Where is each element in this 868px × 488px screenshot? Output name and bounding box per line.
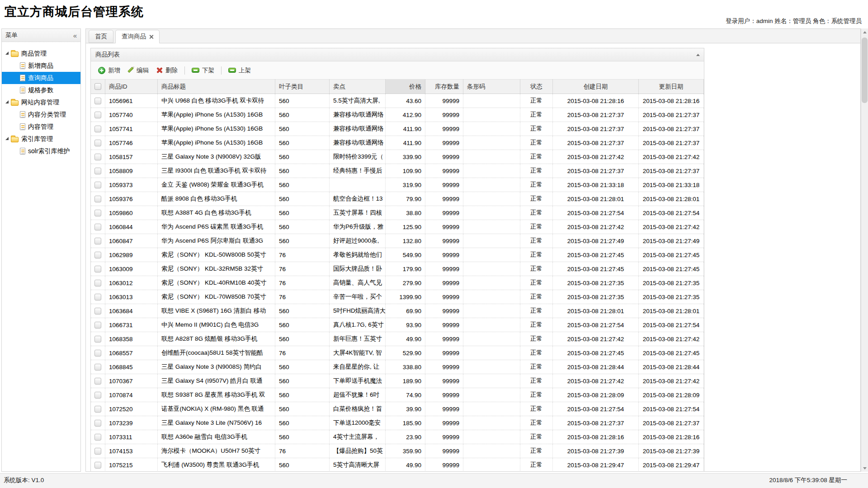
table-row[interactable]: 1063684联想 VIBE X (S968T) 16G 清新白 移动5605吋… [91,304,704,318]
tree-item[interactable]: 查询商品 [2,72,80,84]
table-row[interactable]: 1059373金立 天鉴 (W808) 荣耀金 联通3G手机560319.909… [91,178,704,192]
row-checkbox[interactable] [94,266,101,272]
scroll-up-icon[interactable] [861,28,868,36]
table-row[interactable]: 1068845三星 Galaxy Note 3 (N9008S) 简约白560来… [91,360,704,374]
cell-title: 三星 Galaxy Note 3 (N9008S) 简约白 [158,360,275,374]
row-checkbox[interactable] [94,196,101,202]
table-row[interactable]: 1057746苹果(Apple) iPhone 5s (A1530) 16GB5… [91,136,704,150]
table-row[interactable]: 1057741苹果(Apple) iPhone 5s (A1530) 16GB5… [91,122,704,136]
tree-item[interactable]: 内容分类管理 [2,108,80,121]
delete-button[interactable]: 删除 [152,65,181,76]
column-header-sell_point[interactable]: 卖点 [330,80,386,94]
row-checkbox[interactable] [94,392,101,399]
row-checkbox[interactable] [94,126,101,132]
tree-folder[interactable]: 商品管理 [2,47,80,60]
expand-arrow-icon[interactable] [5,52,9,55]
cell-sell_point: 真八核1.7G, 6英寸 [330,318,386,332]
tab[interactable]: 首页 [89,30,113,43]
table-row[interactable]: 1072520诺基亚(NOKIA) X (RM-980) 黑色 联通560白菜价… [91,402,704,416]
column-header-title[interactable]: 商品标题 [158,80,275,94]
row-checkbox[interactable] [94,182,101,188]
table-row[interactable]: 1056961中兴 U968 白色 移动3G手机 双卡双待5605.5英寸高清大… [91,94,704,108]
tree-item[interactable]: 规格参数 [2,84,80,96]
column-header-id[interactable]: 商品ID [105,80,158,94]
column-header-updated[interactable]: 更新日期 [639,80,704,94]
column-header-price[interactable]: 价格 [386,80,425,94]
table-row[interactable]: 1062989索尼（SONY） KDL-50W800B 50英寸76孝敬爸妈就给… [91,248,704,262]
tree-folder[interactable]: 网站内容管理 [2,96,80,108]
table-row[interactable]: 1068557创维酷开(coocaa)58U1 58英寸智能酷76大屏4K智能T… [91,346,704,360]
row-checkbox[interactable] [94,168,101,174]
row-checkbox[interactable] [94,406,101,413]
table-row[interactable]: 1068358联想 A828T 8G 炫酷银 移动3G手机560新年巨惠！五英寸… [91,332,704,346]
row-checkbox[interactable] [94,238,101,244]
cell-id: 1062989 [105,248,158,262]
tab[interactable]: 查询商品 [115,30,160,43]
table-row[interactable]: 1059860联想 A388T 4G 白色 移动3G手机560五英寸屏幕！四核3… [91,206,704,220]
scrollbar-thumb[interactable] [862,38,868,103]
tree-folder[interactable]: 索引库管理 [2,133,80,145]
tree-item[interactable]: solr索引库维护 [2,145,80,157]
row-checkbox[interactable] [94,252,101,258]
column-header[interactable] [91,80,105,94]
expand-arrow-icon[interactable] [5,137,9,140]
tree-item[interactable]: 内容管理 [2,121,80,133]
panel-collapse-icon[interactable] [696,54,700,56]
row-checkbox[interactable] [94,112,101,118]
row-checkbox[interactable] [94,462,101,469]
cell-price: 49.90 [386,458,425,471]
table-row[interactable]: 1073311联想 A360e 融雪白 电信3G手机5604英寸主流屏幕，23.… [91,430,704,444]
table-row[interactable]: 1057740苹果(Apple) iPhone 5s (A1530) 16GB5… [91,108,704,122]
row-checkbox[interactable] [94,280,101,286]
column-header-created[interactable]: 创建日期 [553,80,639,94]
table-row[interactable]: 1060844华为 Ascend P6S 碳素黑 联通3G手机560华为P6升级… [91,220,704,234]
column-header-status[interactable]: 状态 [520,80,553,94]
row-checkbox[interactable] [94,210,101,216]
table-row[interactable]: 1063009索尼（SONY） KDL-32RM5B 32英寸76国际大牌品质！… [91,262,704,276]
column-header-barcode[interactable]: 条形码 [463,80,520,94]
cell-category: 76 [275,346,330,360]
cell-sell_point: 5.5英寸高清大屏, [330,94,386,108]
cell-id: 1058157 [105,150,158,164]
table-row[interactable]: 1063012索尼（SONY） KDL-40RM10B 40英寸76高销量、高人… [91,276,704,290]
row-checkbox[interactable] [94,98,101,104]
add-button[interactable]: 新增 [94,65,124,76]
row-checkbox[interactable] [94,420,101,427]
row-checkbox[interactable] [94,308,101,314]
panel-title: 商品列表 [95,51,120,59]
vertical-scrollbar[interactable] [861,28,868,472]
sidebar-collapse-icon[interactable]: « [73,32,77,39]
row-checkbox[interactable] [94,378,101,385]
row-checkbox[interactable] [94,294,101,300]
column-header-stock[interactable]: 库存数量 [425,80,463,94]
edit-button[interactable]: 编辑 [124,65,152,76]
row-checkbox[interactable] [94,350,101,357]
table-row[interactable]: 1075215飞利浦 (W3500) 尊贵黑 联通3G手机5605英寸高清晰大屏… [91,458,704,471]
table-row[interactable]: 1070874联想 S938T 8G 星夜黑 移动3G手机 双560超值不犹豫！… [91,388,704,402]
offline-button[interactable]: 下架 [188,65,218,76]
tree-item[interactable]: 新增商品 [2,60,80,72]
table-row[interactable]: 1058157三星 Galaxy Note 3 (N9008V) 32G版560… [91,150,704,164]
row-checkbox[interactable] [94,322,101,328]
column-header-category[interactable]: 叶子类目 [275,80,330,94]
row-checkbox[interactable] [94,154,101,160]
online-button[interactable]: 上架 [225,65,255,76]
table-row[interactable]: 1063013索尼（SONY） KDL-70W850B 70英寸76辛苦一年啦，… [91,290,704,304]
expand-arrow-icon[interactable] [5,100,9,103]
row-checkbox[interactable] [94,140,101,146]
close-icon[interactable] [149,35,153,39]
row-checkbox[interactable] [94,364,101,371]
row-checkbox[interactable] [94,448,101,455]
row-checkbox[interactable] [94,224,101,230]
select-all-checkbox[interactable] [94,83,101,90]
row-checkbox[interactable] [94,434,101,441]
table-row[interactable]: 1058809三星 I9300I 白色 联通3G手机 双卡双待560经典特惠！手… [91,164,704,178]
table-row[interactable]: 1066731中兴 Memo II (M901C) 白色 电信3G560真八核1… [91,318,704,332]
row-checkbox[interactable] [94,336,101,343]
table-row[interactable]: 1074153海尔模卡（MOOKA）U50H7 50英寸76【爆品抢购】50英3… [91,444,704,458]
table-row[interactable]: 1073239三星 Galaxy Note 3 Lite (N7506V) 16… [91,416,704,430]
scroll-down-icon[interactable] [861,465,868,472]
table-row[interactable]: 1059376酷派 8908 白色 移动3G手机560航空合金边框！1379.9… [91,192,704,206]
table-row[interactable]: 1070367三星 Galaxy S4 (I9507V) 皓月白 联通560下单… [91,374,704,388]
table-row[interactable]: 1060847华为 Ascend P6S 阿尔卑斯白 联通3G560好评超过90… [91,234,704,248]
